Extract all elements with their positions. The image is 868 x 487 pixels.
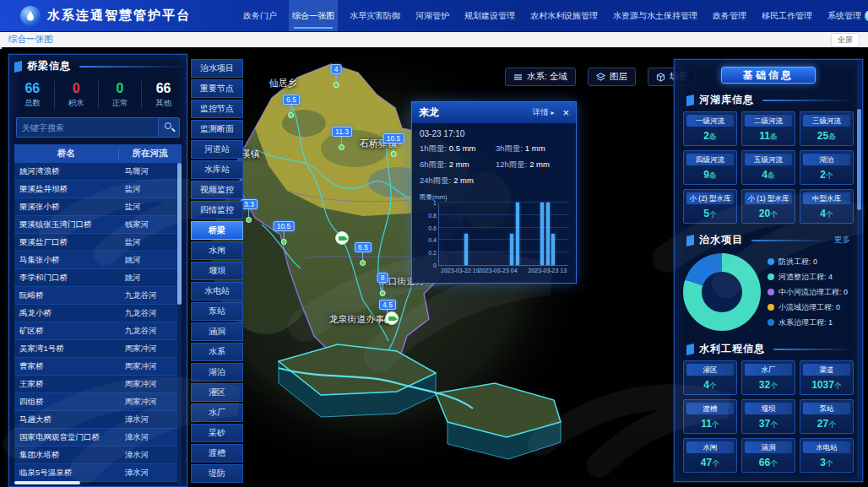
stat-value: 66	[11, 81, 54, 96]
stat-value: 66	[142, 81, 185, 96]
layer-menu-item[interactable]: 河道站	[191, 140, 243, 159]
water-level-marker[interactable]: 4	[331, 64, 342, 88]
table-row[interactable]: 栗溪盐厂口桥盐河	[14, 234, 182, 252]
engineering-card: 渡槽11个	[683, 399, 737, 434]
bridge-name-cell: 吴家湾1号桥	[14, 344, 118, 354]
table-row[interactable]: 集团水塔桥漳水河	[14, 446, 182, 464]
water-level-marker[interactable]: 3.3	[241, 199, 258, 223]
water-level-marker[interactable]: 6.5	[355, 242, 372, 266]
table-row[interactable]: 曹家桥周家冲河	[14, 358, 182, 376]
layer-menu-item[interactable]: 视频监控	[191, 181, 243, 199]
nav-tab[interactable]: 移民工作管理	[758, 0, 816, 31]
stat-label: 积水	[55, 98, 98, 109]
water-level-marker[interactable]: 11.3	[332, 127, 352, 150]
layer-menu-item[interactable]: 堤防	[191, 464, 243, 483]
nav-tab[interactable]: 系统管理	[824, 0, 865, 31]
water-level-marker[interactable]: 6.5	[283, 95, 300, 118]
nav-tab[interactable]: 河湖管护	[412, 0, 453, 31]
layer-menu-item[interactable]: 涵洞	[191, 322, 243, 341]
table-row[interactable]: 栗溪张小桥盐河	[14, 198, 182, 216]
water-level-marker[interactable]: 8	[377, 273, 388, 296]
chart-bar	[516, 203, 519, 265]
water-system-scope-button[interactable]: 水系: 全域	[505, 68, 576, 86]
bridge-name-cell: 栗溪镇张玉湾门口桥	[14, 219, 118, 230]
nav-tab[interactable]: 政务门户	[240, 0, 280, 31]
layer-menu-item[interactable]: 水电站	[191, 282, 243, 300]
layer-menu-item[interactable]: 水厂	[191, 403, 243, 422]
card-label: 水闸	[686, 441, 734, 453]
layer-menu-item[interactable]: 湖泊	[191, 363, 243, 381]
marker-stem	[393, 143, 393, 151]
nav-tab[interactable]: 水旱灾害防御	[346, 0, 404, 31]
camera-marker-icon[interactable]	[335, 231, 349, 245]
layer-menu-item[interactable]: 重要节点	[191, 79, 243, 98]
map-stage[interactable]: 仙居乡栗溪镇石桥驿镇子陵镇泉口街道办龙泉街道办事处 46.511.310.53.…	[0, 47, 868, 487]
search-input[interactable]	[16, 117, 158, 138]
nav-tab[interactable]: 政务管理	[709, 0, 750, 31]
table-row[interactable]: 四组桥周家冲河	[14, 393, 182, 411]
section-divider	[79, 66, 182, 68]
layer-menu-item[interactable]: 泵站	[191, 302, 243, 321]
search-icon	[165, 122, 171, 129]
fullscreen-button[interactable]: 全屏	[831, 33, 860, 47]
nav-tab[interactable]: 规划建设管理	[461, 0, 518, 31]
legend-item: 水系治理工程: 1	[768, 317, 848, 328]
table-row[interactable]: 阮峪桥九龙谷河	[14, 287, 182, 305]
camera-marker-icon[interactable]	[385, 311, 399, 325]
layer-menu-item[interactable]: 堰坝	[191, 262, 243, 280]
marker-stem	[335, 74, 336, 82]
panel-scrollbar[interactable]	[857, 63, 861, 478]
layer-menu-item[interactable]: 四情监控	[191, 201, 243, 219]
engineering-card: 堰坝37个	[741, 399, 795, 434]
layer-menu-item[interactable]: 渡槽	[191, 444, 243, 463]
close-icon[interactable]: ×	[562, 107, 569, 118]
layer-menu-item[interactable]: 水闸	[191, 241, 243, 260]
table-row[interactable]: 马趟大桥漳水河	[14, 411, 182, 429]
river-name-cell: 周家冲河	[118, 361, 182, 372]
layers-button[interactable]: 图层	[588, 68, 636, 86]
water-level-marker[interactable]: 10.5	[383, 133, 404, 157]
nav-tab[interactable]: 水资源与水土保持管理	[610, 0, 701, 31]
water-level-marker[interactable]: 10.5	[274, 221, 295, 245]
table-row[interactable]: 矿区桥九龙谷河	[14, 322, 182, 340]
user-menu[interactable]: hkub42080201 ▾	[865, 10, 868, 22]
marker-value: 8	[377, 273, 388, 283]
table-row[interactable]: 栗溪镇张玉湾门口桥钱家河	[14, 216, 182, 234]
card-label: 水厂	[745, 364, 792, 376]
table-row[interactable]: 李学和门口桥姚河	[14, 269, 182, 287]
card-value: 37个	[745, 418, 792, 430]
card-label: 涵洞	[745, 441, 792, 453]
table-row[interactable]: 吴家湾1号桥周家冲河	[14, 340, 182, 358]
layer-menu-item[interactable]: 桥梁	[191, 221, 243, 240]
table-row[interactable]: 姚河湾浪桥马嘶河	[14, 163, 182, 181]
search-button[interactable]	[158, 117, 180, 138]
layer-menu-item[interactable]: 采砂	[191, 424, 243, 442]
table-row[interactable]: 临泉5号温泉桥漳水河	[14, 464, 182, 482]
table-row[interactable]: 王家桥周家冲河	[14, 376, 182, 393]
legend-item: 河道整治工程: 4	[768, 272, 848, 283]
table-row[interactable]: 禹龙小桥九龙谷河	[14, 305, 182, 322]
nav-tab[interactable]: 综合一张图	[289, 0, 338, 31]
table-row[interactable]: 栗溪盐井坝桥盐河	[14, 181, 182, 198]
layer-menu-item[interactable]: 水库站	[191, 160, 243, 179]
marker-value: 4	[331, 64, 342, 74]
table-row[interactable]: 马集张小桥姚河	[14, 252, 182, 269]
card-label: 水电站	[803, 441, 850, 453]
bridge-name-cell: 曹家桥	[14, 361, 118, 372]
scene-icon	[656, 73, 665, 82]
popup-detail-link[interactable]: 详情 ▸	[533, 107, 555, 118]
layer-menu-item[interactable]: 监控节点	[191, 100, 243, 118]
legend-label: 水系治理工程: 1	[778, 317, 833, 328]
projects-more-link[interactable]: 更多	[834, 235, 850, 246]
layer-menu-item[interactable]: 监测断面	[191, 120, 243, 138]
nav-tab[interactable]: 农村水利设施管理	[527, 0, 601, 31]
table-row[interactable]: 国家电网观音堂门口桥漳水河	[14, 429, 182, 446]
layer-menu-item[interactable]: 灌区	[191, 383, 243, 402]
table-hscroll-thumb[interactable]	[14, 481, 80, 484]
basic-info-button[interactable]: 基础信息	[721, 67, 816, 84]
layer-menu-item[interactable]: 治水项目	[191, 59, 243, 78]
panel-scroll-thumb[interactable]	[857, 109, 861, 210]
table-scrollbar[interactable]	[177, 163, 182, 486]
layer-menu-item[interactable]: 水系	[191, 343, 243, 361]
table-scroll-thumb[interactable]	[177, 163, 182, 305]
